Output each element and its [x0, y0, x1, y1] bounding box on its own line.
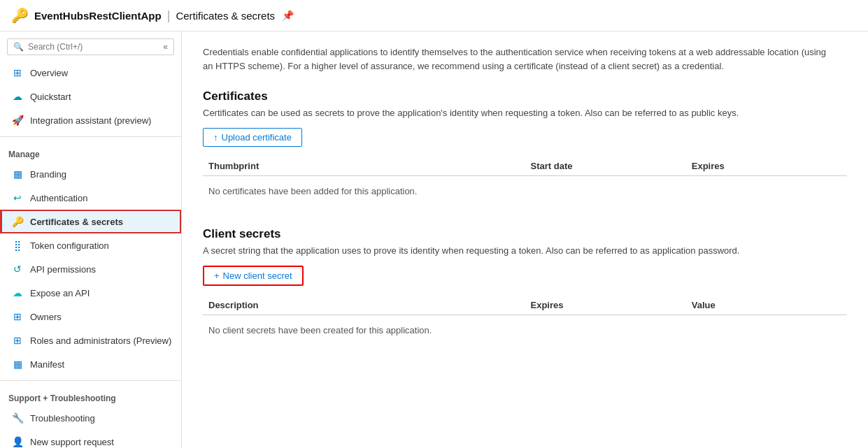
- support-request-icon: 👤: [10, 435, 24, 448]
- search-icon: 🔍: [13, 42, 24, 52]
- sidebar-item-overview[interactable]: ⊞ Overview: [0, 61, 181, 85]
- secret-col-description: Description: [203, 300, 525, 310]
- upload-certificate-button[interactable]: ↑ Upload certificate: [203, 128, 302, 147]
- quickstart-icon: ☁: [10, 89, 24, 103]
- sidebar-label-manifest: Manifest: [30, 359, 64, 370]
- sidebar-label-expose-api: Expose an API: [30, 288, 90, 298]
- collapse-icon[interactable]: «: [163, 42, 168, 52]
- client-secrets-description: A secret string that the application use…: [203, 245, 832, 256]
- client-secrets-section: Client secrets A secret string that the …: [203, 227, 847, 345]
- manifest-icon: ▦: [10, 357, 24, 371]
- sidebar-item-roles[interactable]: ⊞ Roles and administrators (Preview): [0, 328, 181, 352]
- sidebar-item-support-request[interactable]: 👤 New support request: [0, 430, 181, 448]
- sidebar-item-token-configuration[interactable]: ⣿ Token configuration: [0, 233, 181, 257]
- sidebar-item-branding[interactable]: ▦ Branding: [0, 162, 181, 186]
- app-icon: 🔑: [11, 7, 29, 24]
- sidebar-label-authentication: Authentication: [30, 193, 87, 203]
- branding-icon: ▦: [10, 167, 24, 181]
- sidebar-label-support-request: New support request: [30, 437, 114, 447]
- sidebar-item-integration-assistant[interactable]: 🚀 Integration assistant (preview): [0, 108, 181, 132]
- sidebar-label-troubleshooting: Troubleshooting: [30, 413, 95, 424]
- sidebar-item-manifest[interactable]: ▦ Manifest: [0, 352, 181, 376]
- new-secret-button-label: New client secret: [223, 270, 292, 281]
- sidebar-label-certificates: Certificates & secrets: [30, 217, 123, 227]
- sidebar-label-roles: Roles and administrators (Preview): [30, 335, 171, 346]
- certificates-title: Certificates: [203, 89, 847, 103]
- roles-icon: ⊞: [10, 333, 24, 347]
- sidebar-item-quickstart[interactable]: ☁ Quickstart: [0, 85, 181, 108]
- cert-col-thumbprint: Thumbprint: [203, 161, 525, 171]
- search-input[interactable]: [28, 42, 160, 52]
- expose-api-icon: ☁: [10, 286, 24, 300]
- new-client-secret-button[interactable]: + New client secret: [203, 266, 304, 286]
- api-permissions-icon: ↺: [10, 262, 24, 276]
- token-icon: ⣿: [10, 238, 24, 252]
- page-title-header: Certificates & secrets: [176, 10, 275, 22]
- certificates-description: Certificates can be used as secrets to p…: [203, 108, 832, 118]
- sidebar-item-certificates-secrets[interactable]: 🔑 Certificates & secrets: [0, 210, 181, 233]
- certificates-empty-message: No certificates have been added for this…: [203, 176, 847, 206]
- sidebar-label-api-permissions: API permissions: [30, 264, 96, 275]
- sidebar-item-authentication[interactable]: ↩ Authentication: [0, 186, 181, 210]
- upload-icon: ↑: [213, 132, 218, 143]
- sidebar-item-owners[interactable]: ⊞ Owners: [0, 305, 181, 328]
- overview-icon: ⊞: [10, 66, 24, 80]
- sidebar-label-token: Token configuration: [30, 240, 109, 251]
- sidebar: 🔍 « ⊞ Overview ☁ Quickstart 🚀 Integratio…: [0, 31, 182, 448]
- main-layout: 🔍 « ⊞ Overview ☁ Quickstart 🚀 Integratio…: [0, 31, 868, 448]
- cert-col-startdate: Start date: [525, 161, 686, 171]
- sidebar-label-branding: Branding: [30, 169, 66, 180]
- troubleshooting-icon: 🔧: [10, 411, 24, 425]
- secrets-table-header: Description Expires Value: [203, 296, 847, 315]
- top-bar: 🔑 EventHubsRestClientApp | Certificates …: [0, 0, 868, 31]
- manage-section-label: Manage: [0, 141, 181, 162]
- sidebar-label-overview: Overview: [30, 68, 68, 78]
- separator: |: [167, 8, 171, 23]
- sidebar-item-api-permissions[interactable]: ↺ API permissions: [0, 257, 181, 281]
- secret-col-value: Value: [686, 300, 847, 310]
- certificates-table-header: Thumbprint Start date Expires: [203, 157, 847, 176]
- secret-col-expires: Expires: [525, 300, 686, 310]
- sidebar-label-quickstart: Quickstart: [30, 92, 71, 102]
- app-name: EventHubsRestClientApp: [34, 10, 162, 22]
- owners-icon: ⊞: [10, 310, 24, 324]
- client-secrets-title: Client secrets: [203, 227, 847, 241]
- authentication-icon: ↩: [10, 191, 24, 205]
- upload-button-label: Upload certificate: [222, 132, 292, 143]
- sidebar-divider-1: [0, 136, 181, 137]
- sidebar-item-troubleshooting[interactable]: 🔧 Troubleshooting: [0, 406, 181, 430]
- certificates-section: Certificates Certificates can be used as…: [203, 89, 847, 206]
- support-section-label: Support + Troubleshooting: [0, 385, 181, 406]
- sidebar-item-expose-api[interactable]: ☁ Expose an API: [0, 281, 181, 305]
- search-box[interactable]: 🔍 «: [7, 38, 174, 55]
- pin-icon[interactable]: 📌: [282, 10, 294, 21]
- integration-icon: 🚀: [10, 113, 24, 127]
- certificates-icon: 🔑: [10, 215, 24, 229]
- intro-description: Credentials enable confidential applicat…: [203, 45, 832, 73]
- cert-col-expires: Expires: [686, 161, 847, 171]
- secrets-empty-message: No client secrets have been created for …: [203, 315, 847, 345]
- sidebar-label-owners: Owners: [30, 312, 62, 322]
- main-content: Credentials enable confidential applicat…: [182, 31, 868, 448]
- sidebar-divider-2: [0, 380, 181, 381]
- sidebar-label-integration: Integration assistant (preview): [30, 115, 151, 126]
- plus-icon: +: [214, 270, 220, 281]
